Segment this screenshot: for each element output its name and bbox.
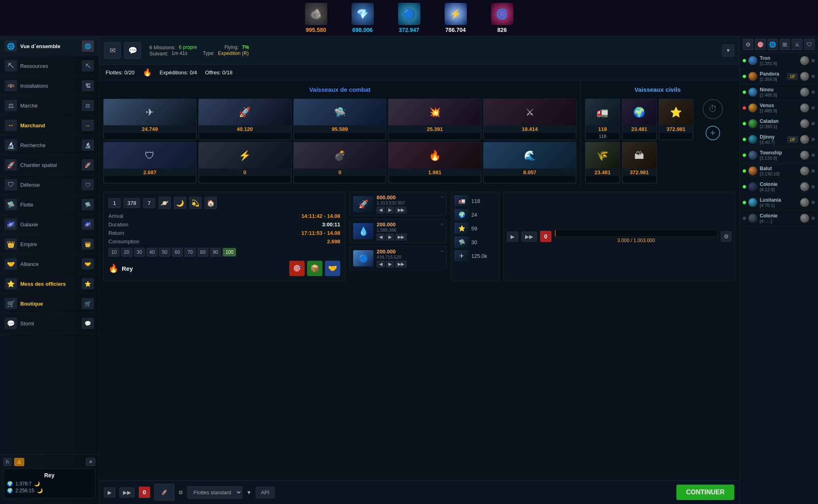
mission-dropdown[interactable]: ▼ (722, 44, 734, 57)
ship-input-10[interactable] (294, 176, 386, 183)
moon-type-btn[interactable]: 🌙 (174, 197, 186, 209)
ship-card-2[interactable]: 🛸 95.589 (293, 99, 387, 140)
civil-input-0[interactable] (585, 133, 620, 140)
nav-prev-btn[interactable]: ▶ (507, 232, 518, 242)
add-ship-button[interactable]: + (706, 126, 720, 140)
ship-card-1[interactable]: 🚀 40.120 (198, 99, 292, 140)
ship-card-3[interactable]: 💥 25.391 (388, 99, 481, 140)
panel-grid-btn[interactable]: ⊞ (780, 39, 790, 50)
ship-input-3[interactable] (388, 133, 481, 140)
nav-fast-prev-btn[interactable]: ▶▶ (521, 232, 537, 242)
bottom-nav-btn[interactable]: ▶ (104, 487, 115, 498)
ship-card-4[interactable]: ⚔ 18.414 (483, 99, 576, 140)
cargo-minus-2[interactable]: − (441, 248, 444, 254)
ship-input-8[interactable] (104, 176, 196, 183)
cargo-prev-0[interactable]: ◀ (377, 207, 385, 213)
panel-shield-btn[interactable]: 🛡 (804, 39, 815, 50)
cargo-prev-1[interactable]: ◀ (377, 234, 385, 240)
cargo-prev-2[interactable]: ◀ (377, 261, 385, 268)
panel-globe-btn[interactable]: 🌐 (767, 39, 778, 50)
chat-button[interactable]: 💬 (124, 42, 141, 59)
cargo-next-2[interactable]: ▶ (386, 261, 394, 268)
planet-type-btn[interactable]: 🪐 (159, 197, 171, 209)
speed-90[interactable]: 90 (210, 248, 221, 257)
sidebar-item-galaxy[interactable]: 🌌 Galaxie 🌌 (0, 215, 99, 234)
sidebar-item-overview[interactable]: 🌐 Vue d`ensemble 🌐 (0, 36, 99, 56)
panel-gear-btn[interactable]: ⚙ (743, 39, 753, 50)
planet-pandora[interactable]: Pandora [1:356:9] 18' (740, 69, 818, 84)
panel-sword-btn[interactable]: ⚔ (792, 39, 802, 50)
ship-input-4[interactable] (483, 133, 576, 140)
debris-btn[interactable]: 💫 (189, 197, 201, 209)
ship-input-9[interactable] (199, 176, 291, 183)
civil-ship-2[interactable]: ⭐ 372.981 (659, 99, 694, 140)
sidebar-item-empire[interactable]: 👑 Empire 👑 (0, 234, 99, 254)
alliance-send-btn[interactable]: 🤝 (325, 261, 340, 276)
cargo-minus-1[interactable]: − (441, 221, 444, 227)
cargo-fast-next-2[interactable]: ▶▶ (395, 261, 407, 268)
speed-10[interactable]: 10 (108, 248, 119, 257)
civil-ship-1[interactable]: 🌍 23.481 (622, 99, 657, 140)
ship-card-11[interactable]: 🔥 1.981 (388, 142, 481, 183)
civil-ship-4[interactable]: 🏔 372.981 (622, 142, 657, 183)
ship-input-1[interactable] (199, 133, 291, 140)
home-btn[interactable]: 🏠 (205, 197, 217, 209)
sidebar-item-officers[interactable]: ⭐ Mess des officiers ⭐ (0, 274, 99, 294)
speed-20[interactable]: 20 (121, 248, 132, 257)
civil-ship-3[interactable]: 🌾 23.481 (585, 142, 620, 183)
civil-input-1[interactable] (622, 133, 657, 140)
planet-colonie-2[interactable]: Colonie [4:..:..] (740, 211, 818, 226)
planet-township[interactable]: Township [3:130:8] (740, 148, 818, 163)
speed-100[interactable]: 100 (223, 248, 236, 257)
coord-system[interactable]: 378 (124, 198, 140, 208)
sidebar-item-research[interactable]: 🔬 Recherche 🔬 (0, 135, 99, 155)
sidebar-item-alliance[interactable]: 🤝 Alliance 🤝 (0, 254, 99, 274)
planet-caladan[interactable]: Caladan [2:390:1] (740, 116, 818, 132)
cargo-next-1[interactable]: ▶ (386, 234, 394, 240)
planet-venus[interactable]: Venus [1:485:9] (740, 100, 818, 116)
planet-colonie[interactable]: Colonie [4:12:9] (740, 179, 818, 195)
cargo-fast-next-0[interactable]: ▶▶ (395, 207, 407, 213)
cargo-minus-0[interactable]: − (441, 194, 444, 200)
planet-ninou[interactable]: Ninou [1:485:8] (740, 84, 818, 100)
progress-gear-btn[interactable]: ⚙ (721, 231, 731, 242)
civil-input-2[interactable] (659, 133, 693, 140)
ship-card-9[interactable]: ⚡ 0 (198, 142, 292, 183)
bottom-fast-nav-btn[interactable]: ▶▶ (119, 487, 135, 498)
planet-lusitania[interactable]: Lusitania [4:70:1] (740, 195, 818, 211)
ship-input-11[interactable] (388, 176, 481, 183)
coord-planet[interactable]: 7 (143, 198, 155, 208)
mail-button[interactable]: ✉ (104, 42, 121, 59)
planet-balut[interactable]: Balut [3:130:10] (740, 163, 818, 179)
coord-galaxy[interactable]: 1 (108, 198, 121, 208)
civil-ship-0[interactable]: 🚛 118 (585, 99, 620, 140)
sidebar-item-merchant[interactable]: ↔ Marchand ↔ (0, 116, 99, 135)
planet-tron[interactable]: Tron [1:281:8] (740, 53, 818, 69)
fleet-select[interactable]: Flottes standard (187, 486, 242, 499)
sidebar-item-market[interactable]: ⚖ Marché ⚖ (0, 96, 99, 116)
ship-card-12[interactable]: 🌊 8.057 (483, 142, 576, 183)
continue-button[interactable]: CONTINUER (676, 485, 734, 500)
api-button[interactable]: API (256, 487, 275, 498)
ship-card-0[interactable]: ✈ 24.749 (103, 99, 197, 140)
civil-input-3[interactable] (585, 176, 620, 183)
sidebar-item-shipyard[interactable]: 🚀 Chantier spatial 🚀 (0, 155, 99, 175)
speed-30[interactable]: 30 (134, 248, 145, 257)
cargo-next-0[interactable]: ▶ (386, 207, 394, 213)
ship-input-12[interactable] (483, 176, 576, 183)
sidebar-item-installations[interactable]: 🦇 Installations 🏗 (0, 76, 99, 96)
sidebar-item-defense[interactable]: 🛡 Défense 🛡 (0, 175, 99, 195)
help-button[interactable]: h (3, 458, 12, 466)
send-btn[interactable]: 📦 (307, 261, 322, 276)
ship-input-2[interactable] (294, 133, 386, 140)
close-user-panel[interactable]: ✕ (86, 458, 95, 466)
civil-input-4[interactable] (622, 176, 657, 183)
speed-70[interactable]: 70 (184, 248, 195, 257)
target-attack-btn[interactable]: 🎯 (289, 261, 305, 276)
sidebar-item-shop[interactable]: 🛒 Boutique 🛒 (0, 294, 99, 314)
speed-50[interactable]: 50 (159, 248, 170, 257)
ship-input-0[interactable] (104, 133, 196, 140)
planet-djinny[interactable]: Djinny [3:40:7] 18' (740, 132, 818, 148)
sidebar-item-resources[interactable]: ⛏ Ressources ⛏ (0, 56, 99, 76)
warning-button[interactable]: ⚠ (14, 458, 24, 466)
